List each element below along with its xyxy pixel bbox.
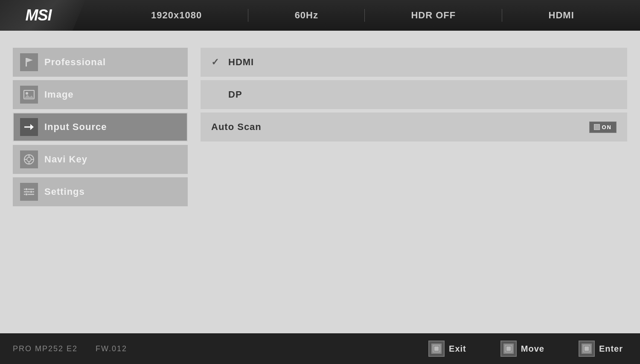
left-menu: Professional Image Input Source [13, 48, 188, 206]
image-label: Image [44, 89, 74, 100]
svg-point-3 [26, 92, 28, 95]
dp-label: DP [228, 89, 242, 100]
svg-marker-1 [27, 58, 33, 62]
toggle-indicator [594, 124, 600, 130]
arrow-icon [20, 118, 38, 136]
svg-point-16 [25, 188, 28, 191]
top-info: 1920x1080 60Hz HDR OFF HDMI [85, 9, 640, 22]
right-item-dp[interactable]: DP [201, 80, 627, 109]
svg-point-17 [30, 191, 32, 193]
divider-3 [502, 9, 502, 22]
bottom-bar: PRO MP252 E2 FW.012 Exit [0, 333, 640, 364]
resolution-display: 1920x1080 [151, 10, 202, 21]
enter-icon-inner [582, 344, 592, 354]
exit-control[interactable]: Exit [411, 341, 483, 357]
divider-2 [364, 9, 365, 22]
right-item-hdmi[interactable]: ✓ HDMI [201, 48, 627, 77]
settings-label: Settings [44, 186, 85, 197]
hdr-display: HDR OFF [411, 10, 456, 21]
sidebar-item-input-source[interactable]: Input Source [13, 113, 188, 142]
exit-icon [428, 341, 445, 357]
right-item-auto-scan[interactable]: Auto Scan ON [201, 113, 627, 142]
move-icon [500, 341, 517, 357]
input-display: HDMI [549, 10, 574, 21]
navi-key-label: Navi Key [44, 154, 87, 165]
model-label: PRO MP252 E2 [13, 344, 78, 353]
top-bar: MSI 1920x1080 60Hz HDR OFF HDMI [0, 0, 640, 31]
checkmark-icon: ✓ [211, 57, 222, 68]
svg-point-8 [27, 157, 31, 162]
enter-label: Enter [599, 344, 623, 354]
model-info: PRO MP252 E2 FW.012 [13, 344, 127, 353]
sidebar-item-navi-key[interactable]: Navi Key [13, 145, 188, 174]
bottom-controls: Exit Move [411, 341, 640, 357]
divider-1 [248, 9, 248, 22]
sidebar-item-professional[interactable]: Professional [13, 48, 188, 77]
sidebar-item-settings[interactable]: Settings [13, 177, 188, 206]
checkmark-empty [211, 89, 222, 100]
hdmi-label: HDMI [228, 57, 254, 68]
main-content: Professional Image Input Source [0, 31, 640, 223]
logo-area: MSI [0, 0, 85, 31]
svg-rect-20 [434, 347, 439, 351]
svg-rect-0 [26, 58, 27, 66]
toggle-on-text: ON [602, 124, 612, 130]
settings-icon [20, 183, 38, 201]
svg-rect-22 [506, 347, 511, 351]
exit-label: Exit [449, 344, 466, 354]
enter-control[interactable]: Enter [561, 341, 640, 357]
move-label: Move [521, 344, 544, 354]
navi-icon [20, 150, 38, 168]
professional-label: Professional [44, 57, 106, 68]
right-panel: ✓ HDMI DP Auto Scan ON [201, 48, 627, 206]
exit-icon-inner [431, 344, 442, 354]
enter-icon [579, 341, 595, 357]
move-control[interactable]: Move [483, 341, 561, 357]
msi-logo: MSI [25, 6, 51, 24]
input-source-label: Input Source [44, 121, 107, 133]
svg-marker-4 [24, 95, 34, 99]
flag-icon [20, 53, 38, 71]
svg-rect-24 [585, 347, 589, 351]
auto-scan-label: Auto Scan [211, 121, 262, 133]
image-icon [20, 86, 38, 104]
firmware-label: FW.012 [96, 344, 127, 353]
svg-marker-6 [30, 124, 34, 130]
svg-point-18 [25, 193, 28, 196]
refresh-rate-display: 60Hz [295, 10, 318, 21]
move-icon-inner [503, 344, 514, 354]
auto-scan-toggle[interactable]: ON [589, 121, 617, 133]
sidebar-item-image[interactable]: Image [13, 80, 188, 109]
